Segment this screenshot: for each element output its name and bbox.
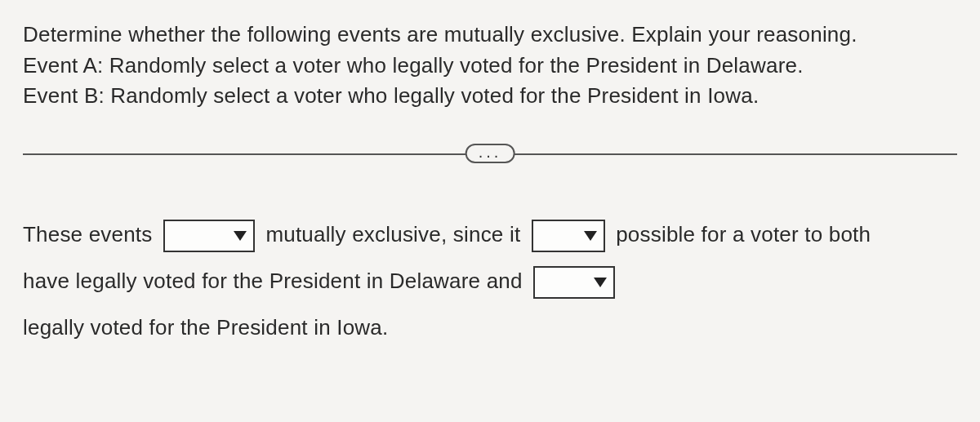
- prompt-line-3: Event B: Randomly select a voter who leg…: [23, 81, 957, 112]
- question-page: Determine whether the following events a…: [0, 0, 980, 375]
- section-divider: ...: [23, 141, 957, 166]
- prompt-line-1: Determine whether the following events a…: [23, 20, 957, 51]
- expand-pill-button[interactable]: ...: [466, 144, 515, 163]
- chevron-down-icon: [594, 278, 607, 287]
- answer-text-3: possible for a voter to both: [616, 222, 871, 247]
- ellipsis-icon: ...: [479, 143, 502, 161]
- answer-sentence: These events mutually exclusive, since i…: [23, 211, 957, 352]
- question-prompt: Determine whether the following events a…: [23, 20, 957, 112]
- dropdown-1[interactable]: [163, 220, 255, 252]
- prompt-line-2: Event A: Randomly select a voter who leg…: [23, 51, 957, 82]
- dropdown-2[interactable]: [532, 220, 605, 252]
- answer-text-2: mutually exclusive, since it: [265, 222, 520, 247]
- chevron-down-icon: [234, 231, 247, 241]
- answer-text-4: have legally voted for the President in …: [23, 269, 523, 293]
- answer-text-5: legally voted for the President in Iowa.: [23, 315, 388, 340]
- dropdown-3[interactable]: [533, 266, 615, 299]
- chevron-down-icon: [584, 231, 597, 241]
- answer-text-1: These events: [23, 222, 153, 247]
